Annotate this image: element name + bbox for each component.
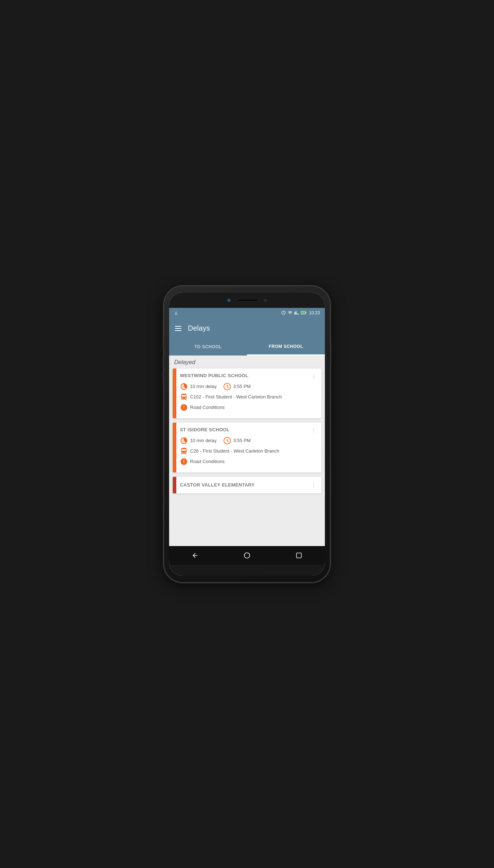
back-button[interactable] — [189, 549, 202, 562]
wifi-icon — [288, 310, 292, 315]
status-time: 10:23 — [309, 310, 320, 315]
more-options-westwind[interactable]: ⋮ — [310, 373, 318, 380]
card-body-castor-valley: CASTOR VALLEY ELEMENTARY ⋮ — [176, 477, 321, 493]
svg-text:!: ! — [183, 405, 185, 410]
home-icon — [243, 552, 251, 559]
signal-icon — [294, 310, 299, 315]
card-accent-castor-valley — [173, 477, 176, 493]
hamburger-line-1 — [175, 326, 181, 327]
home-button[interactable] — [241, 549, 253, 562]
app-status-icon: ♙ — [174, 311, 178, 316]
tab-to-school[interactable]: TO SCHOOL — [169, 339, 247, 356]
card-st-isidore: ST ISIDORE SCHOOL ⋮ 10 min delay — [173, 423, 321, 472]
speaker — [237, 299, 258, 302]
time-icon-st-isidore — [223, 437, 231, 445]
phone-screen: ♙ 10 — [169, 293, 325, 576]
hamburger-line-2 — [175, 328, 181, 329]
time-text-st-isidore: 3:55 PM — [233, 438, 251, 443]
bottom-nav — [169, 546, 325, 565]
front-camera — [227, 298, 231, 302]
hamburger-line-3 — [175, 330, 181, 331]
status-right: 10:23 — [281, 310, 320, 315]
app-bar: Delays — [169, 318, 325, 339]
card-header-st-isidore: ST ISIDORE SCHOOL ⋮ — [180, 427, 318, 434]
sensor — [264, 299, 267, 302]
bus-icon-st-isidore — [180, 447, 188, 455]
status-left: ♙ — [174, 310, 178, 316]
card-westwind: WESTWIND PUBLIC SCHOOL ⋮ 10 min delay — [173, 368, 321, 418]
hamburger-menu[interactable] — [175, 326, 181, 331]
card-accent-st-isidore — [173, 423, 176, 472]
bus-text-westwind: C102 - First Student - West Carleton Bra… — [190, 394, 282, 400]
section-header-delayed: Delayed — [169, 356, 325, 368]
reason-text-westwind: Road Conditions — [190, 405, 225, 410]
bus-text-st-isidore: C26 - First Student - West Carleton Bran… — [190, 448, 279, 454]
card-castor-valley: CASTOR VALLEY ELEMENTARY ⋮ — [173, 477, 321, 493]
top-bezel — [169, 293, 325, 308]
bus-icon-westwind — [180, 393, 188, 401]
svg-rect-1 — [305, 312, 306, 314]
time-item-westwind: 3:55 PM — [223, 383, 251, 391]
status-bar: ♙ 10 — [169, 308, 325, 318]
tabs-bar: TO SCHOOL FROM SCHOOL — [169, 339, 325, 356]
alert-icon-st-isidore: ! — [180, 458, 188, 466]
delay-item-westwind: 10 min delay — [180, 383, 217, 391]
delay-row-st-isidore: 10 min delay 3:55 PM — [180, 437, 318, 445]
card-body-westwind: WESTWIND PUBLIC SCHOOL ⋮ 10 min delay — [176, 368, 321, 418]
delay-row-westwind: 10 min delay 3:55 PM — [180, 383, 318, 391]
reason-row-westwind: ! Road Conditions — [180, 404, 318, 411]
bus-row-westwind: C102 - First Student - West Carleton Bra… — [180, 393, 318, 401]
svg-text:!: ! — [183, 459, 185, 464]
svg-rect-12 — [296, 553, 301, 558]
time-text-westwind: 3:55 PM — [233, 384, 251, 389]
content-area: Delayed WESTWIND PUBLIC SCHOOL ⋮ — [169, 356, 325, 546]
battery-icon — [301, 310, 306, 315]
recents-icon — [296, 552, 302, 559]
time-icon-westwind — [223, 383, 231, 391]
more-options-st-isidore[interactable]: ⋮ — [310, 427, 318, 434]
alarm-icon — [281, 310, 286, 315]
card-accent-westwind — [173, 368, 176, 418]
card-header-westwind: WESTWIND PUBLIC SCHOOL ⋮ — [180, 373, 318, 380]
alert-icon-westwind: ! — [180, 404, 188, 411]
bottom-bezel — [169, 565, 325, 576]
delay-text-st-isidore: 10 min delay — [190, 438, 217, 443]
more-options-castor-valley[interactable]: ⋮ — [310, 481, 318, 488]
reason-text-st-isidore: Road Conditions — [190, 459, 225, 464]
school-name-st-isidore: ST ISIDORE SCHOOL — [180, 427, 310, 432]
svg-rect-2 — [301, 312, 305, 314]
delay-item-st-isidore: 10 min delay — [180, 437, 217, 445]
recents-button[interactable] — [292, 549, 305, 562]
delay-icon-st-isidore — [180, 437, 188, 445]
back-icon — [191, 552, 199, 559]
delay-icon-westwind — [180, 383, 188, 391]
phone-frame: ♙ 10 — [164, 286, 330, 582]
card-body-st-isidore: ST ISIDORE SCHOOL ⋮ 10 min delay — [176, 423, 321, 472]
school-name-westwind: WESTWIND PUBLIC SCHOOL — [180, 373, 310, 378]
time-item-st-isidore: 3:55 PM — [223, 437, 251, 445]
app-title: Delays — [188, 324, 210, 332]
tab-from-school[interactable]: FROM SCHOOL — [247, 339, 325, 356]
reason-row-st-isidore: ! Road Conditions — [180, 458, 318, 466]
bus-row-st-isidore: C26 - First Student - West Carleton Bran… — [180, 447, 318, 455]
svg-point-11 — [244, 553, 250, 558]
delay-text-westwind: 10 min delay — [190, 384, 217, 389]
school-name-castor-valley: CASTOR VALLEY ELEMENTARY — [180, 482, 310, 488]
